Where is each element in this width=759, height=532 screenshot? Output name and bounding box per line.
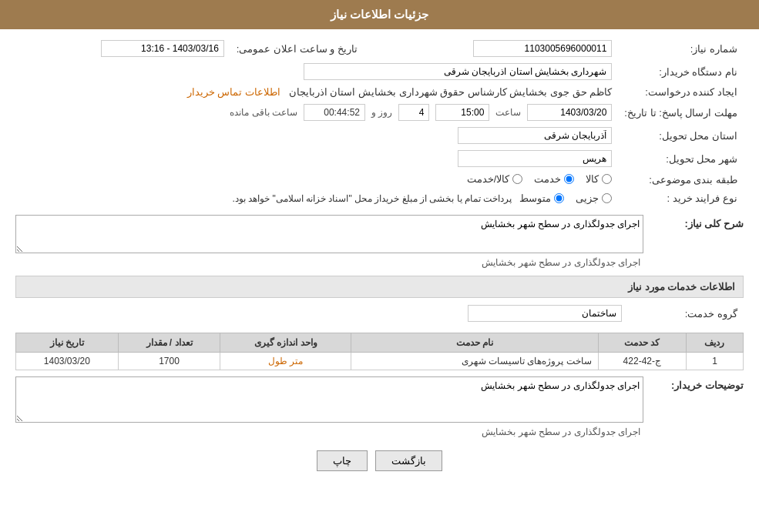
tarikh-elan-label: تاریخ و ساعت اعلان عمومی: bbox=[230, 37, 364, 60]
table-row: 1 ج-42-422 ساخت پروژه‌های تاسیسات شهری م… bbox=[16, 353, 744, 370]
col-radif: ردیف bbox=[686, 333, 743, 353]
tosaif-label: توضیحات خریدار: bbox=[643, 376, 744, 391]
noe-motevaset[interactable]: متوسط bbox=[519, 192, 564, 204]
sharh-koli-label: شرح کلی نیاز: bbox=[643, 215, 744, 229]
noe-farayand-label: نوع فرایند خرید : bbox=[618, 189, 744, 207]
nam-dastgah-input[interactable] bbox=[304, 63, 612, 80]
tamas-khardar-link[interactable]: اطلاعات تماس خریدار bbox=[187, 86, 280, 98]
sharh-koli-textarea[interactable] bbox=[15, 215, 643, 253]
cell-nam: ساخت پروژه‌های تاسیسات شهری bbox=[351, 353, 598, 370]
ostan-input[interactable] bbox=[458, 127, 612, 144]
tarikh-elan-value bbox=[15, 37, 230, 60]
noe-jozi[interactable]: جزیی bbox=[576, 192, 612, 204]
tosaif-display: اجرای جدولگذاری در سطح شهر بخشایش bbox=[15, 425, 643, 439]
mohlat-date-input[interactable] bbox=[527, 104, 612, 121]
cell-vahed: متر طول bbox=[220, 353, 351, 370]
noe-farayand-value: جزیی متوسط پرداخت تمام یا بخشی از مبلغ خ… bbox=[15, 189, 618, 207]
ostan-value bbox=[15, 124, 618, 147]
sharh-koli-content: اجرای جدولگذاری در سطح شهر بخشایش bbox=[15, 215, 643, 269]
mohlat-row: ساعت روز و ساعت باقی مانده bbox=[15, 101, 618, 124]
chap-button[interactable]: چاپ bbox=[317, 450, 368, 471]
cell-kod: ج-42-422 bbox=[598, 353, 686, 370]
sharh-koli-display: اجرای جدولگذاری در سطح شهر بخشایش bbox=[15, 256, 643, 269]
groh-khadamat-table: گروه خدمت: bbox=[15, 302, 744, 325]
tabaqe-bandi-value: کالا خدمت کالا/خدمت bbox=[15, 170, 618, 189]
noe-farayand-note: پرداخت تمام یا بخشی از مبلغ خریداز محل "… bbox=[232, 193, 512, 204]
khadamat-section-header: اطلاعات خدمات مورد نیاز bbox=[15, 276, 744, 298]
ijad-konande-value: کاظم حق جوی بخشایش کارشناس حقوق شهرداری … bbox=[15, 83, 618, 101]
mohlat-saat-input[interactable] bbox=[435, 104, 489, 121]
nam-dastgah-label: نام دستگاه خریدار: bbox=[618, 60, 744, 83]
page-header: جزئیات اطلاعات نیاز bbox=[0, 0, 759, 29]
button-row: بازگشت چاپ bbox=[15, 450, 744, 471]
ijad-konande-text: کاظم حق جوی بخشایش کارشناس حقوق شهرداری … bbox=[289, 86, 613, 98]
col-kod: کد حدمت bbox=[598, 333, 686, 353]
tabaqe-radio-group: کالا خدمت کالا/خدمت bbox=[467, 173, 613, 185]
tabaqe-kala-khadamat[interactable]: کالا/خدمت bbox=[467, 173, 523, 185]
shahr-label: شهر محل تحویل: bbox=[618, 147, 744, 170]
services-table: ردیف کد حدمت نام حدمت واحد اندازه گیری ت… bbox=[15, 333, 744, 370]
ijad-konande-label: ایجاد کننده درخواست: bbox=[618, 83, 744, 101]
saat-label: ساعت bbox=[495, 107, 521, 118]
col-nam: نام حدمت bbox=[351, 333, 598, 353]
cell-radif: 1 bbox=[686, 353, 743, 370]
baqi-label: ساعت باقی مانده bbox=[230, 107, 297, 118]
shahr-value bbox=[15, 147, 618, 170]
tabaqe-bandi-label: طبقه بندی موضوعی: bbox=[618, 170, 744, 189]
page-title: جزئیات اطلاعات نیاز bbox=[331, 8, 428, 21]
noe-farayand-radio-group: جزیی متوسط bbox=[519, 192, 612, 204]
sharh-koli-row: شرح کلی نیاز: اجرای جدولگذاری در سطح شهر… bbox=[15, 215, 744, 269]
ostan-label: استان محل تحویل: bbox=[618, 124, 744, 147]
shahr-input[interactable] bbox=[458, 150, 612, 167]
tosaif-content: اجرای جدولگذاری در سطح شهر بخشایش bbox=[15, 376, 643, 439]
tabaqe-khadamat[interactable]: خدمت bbox=[534, 173, 574, 185]
groh-khadamat-value bbox=[15, 302, 628, 325]
roz-label: روز و bbox=[371, 107, 392, 118]
shomare-niaz-value bbox=[379, 37, 618, 60]
nam-dastgah-value bbox=[15, 60, 618, 83]
cell-tedad: 1700 bbox=[118, 353, 220, 370]
tosaif-textarea[interactable] bbox=[15, 376, 643, 423]
shomare-niaz-input[interactable] bbox=[473, 40, 612, 57]
groh-khadamat-label: گروه خدمت: bbox=[628, 302, 744, 325]
groh-khadamat-input[interactable] bbox=[468, 305, 622, 322]
tabaqe-kala[interactable]: کالا bbox=[586, 173, 612, 185]
bazgasht-button[interactable]: بازگشت bbox=[375, 450, 442, 471]
mohlat-countdown-input[interactable] bbox=[304, 104, 365, 121]
cell-tarikh: 1403/03/20 bbox=[16, 353, 119, 370]
col-tarikh: تاریخ نیاز bbox=[16, 333, 119, 353]
tosaif-row: توضیحات خریدار: اجرای جدولگذاری در سطح ش… bbox=[15, 376, 744, 439]
main-info-table: شماره نیاز: تاریخ و ساعت اعلان عمومی: نا… bbox=[15, 37, 744, 207]
col-tedad: تعداد / مقدار bbox=[118, 333, 220, 353]
tarikh-elan-input[interactable] bbox=[101, 40, 224, 57]
col-vahed: واحد اندازه گیری bbox=[220, 333, 351, 353]
shomare-niaz-label: شماره نیاز: bbox=[618, 37, 744, 60]
mohlat-label: مهلت ارسال پاسخ: تا تاریخ: bbox=[618, 101, 744, 124]
mohlat-roz-input[interactable] bbox=[398, 104, 429, 121]
